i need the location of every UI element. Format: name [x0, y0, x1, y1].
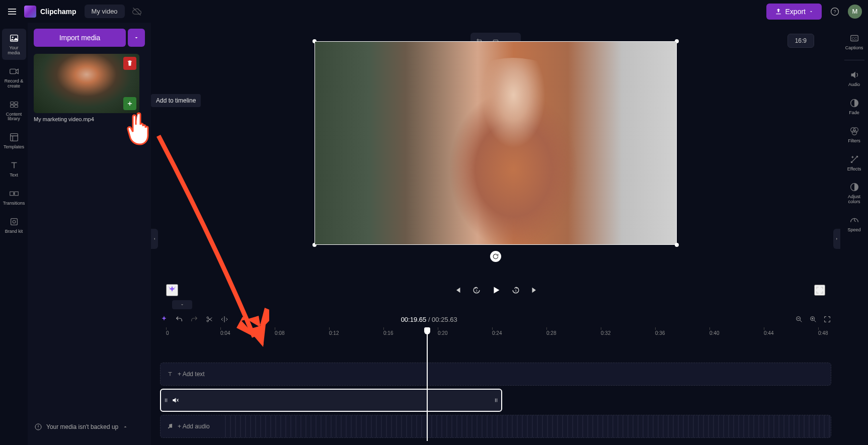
music-icon [167, 423, 174, 430]
aspect-ratio-button[interactable]: 16:9 [787, 34, 814, 48]
brand-icon [9, 216, 20, 227]
plus-icon [126, 100, 133, 107]
zoom-in-button[interactable] [809, 315, 817, 323]
add-to-timeline-button[interactable] [123, 97, 136, 110]
magic-button[interactable] [166, 284, 178, 296]
svg-rect-10 [10, 192, 13, 195]
svg-point-21 [207, 317, 208, 318]
zoom-out-button[interactable] [795, 315, 803, 323]
rail-your-media[interactable]: Your media [2, 29, 26, 60]
ruler-tick: 0:36 [655, 330, 665, 336]
skip-back-button[interactable] [453, 286, 462, 295]
help-button[interactable]: ? [828, 5, 842, 19]
undo-button[interactable] [175, 315, 183, 323]
rail-audio[interactable]: Audio [842, 65, 866, 92]
rail-effects[interactable]: Effects [842, 150, 866, 176]
trash-icon [126, 60, 133, 67]
avatar[interactable]: M [848, 5, 862, 19]
rail-fade[interactable]: Fade [842, 94, 866, 120]
ruler-tick: 0:28 [546, 330, 556, 336]
delete-media-button[interactable] [123, 57, 136, 70]
export-button[interactable]: Export [766, 4, 822, 20]
cloud-sync-icon[interactable] [132, 7, 142, 17]
svg-point-3 [12, 37, 13, 38]
playhead[interactable] [427, 327, 428, 441]
right-rail: CC Captions Audio Fade Filters Effects A… [840, 23, 868, 445]
rail-adjust-colors[interactable]: Adjust colors [842, 177, 866, 209]
clip-handle-left[interactable] [163, 397, 169, 404]
import-more-button[interactable] [128, 29, 145, 47]
import-media-button[interactable]: Import media [34, 29, 126, 47]
forward-button[interactable]: 5 [511, 285, 521, 295]
svg-rect-6 [14, 102, 17, 104]
menu-icon[interactable] [6, 6, 18, 18]
cut-button[interactable] [205, 315, 213, 323]
refresh-preview-button[interactable] [490, 251, 501, 262]
ruler-tick: 0:04 [220, 330, 230, 336]
rail-content-library[interactable]: Content library [2, 95, 26, 126]
rail-templates[interactable]: Templates [2, 128, 26, 154]
transitions-icon [9, 188, 20, 199]
rail-filters[interactable]: Filters [842, 122, 866, 148]
video-canvas[interactable] [314, 41, 677, 245]
text-track[interactable]: + Add text [160, 363, 831, 386]
ruler-tick: 0:32 [601, 330, 610, 336]
media-icon [9, 33, 20, 44]
redo-button[interactable] [190, 315, 198, 323]
rail-speed[interactable]: Speed [842, 211, 866, 237]
clip-handle-right[interactable] [493, 397, 499, 404]
svg-point-20 [207, 320, 208, 322]
templates-icon [9, 132, 20, 143]
svg-rect-8 [14, 105, 17, 107]
ruler-tick: 0:16 [383, 330, 393, 336]
rail-captions[interactable]: CC Captions [842, 29, 866, 55]
fullscreen-button[interactable] [814, 285, 825, 296]
timeline-ruler[interactable]: 00:040:080:120:160:200:240:280:320:360:4… [160, 327, 831, 338]
speaker-icon [849, 69, 860, 80]
media-panel: Import media My marketing video.mp4 [28, 23, 151, 445]
rail-record-create[interactable]: Record & create [2, 62, 26, 93]
svg-text:?: ? [833, 9, 836, 14]
chevron-up-icon [122, 424, 128, 430]
expand-timeline-button[interactable] [172, 300, 192, 309]
project-title[interactable]: My video [85, 5, 125, 18]
video-track[interactable] [160, 389, 502, 412]
media-filename: My marketing video.mp4 [34, 116, 145, 122]
logo-text: Clipchamp [40, 8, 76, 16]
timeline: 00:19.65 / 00:25.63 00:040:080:120:160:2… [151, 300, 840, 445]
warning-icon [34, 423, 42, 431]
total-time: 00:25.63 [432, 316, 457, 323]
logo-icon [24, 6, 36, 18]
contrast-icon [849, 182, 860, 193]
effects-icon [849, 154, 860, 165]
rail-transitions[interactable]: Transitions [2, 184, 26, 210]
video-frame [315, 42, 676, 244]
svg-text:CC: CC [851, 36, 857, 41]
text-icon [9, 160, 20, 171]
add-audio-label: + Add audio [178, 423, 210, 430]
ai-tool-button[interactable] [160, 315, 168, 323]
collapse-right-panel-button[interactable] [833, 229, 840, 249]
zoom-fit-button[interactable] [823, 315, 831, 323]
playback-bar: 5 5 [151, 280, 840, 300]
status-bar[interactable]: Your media isn't backed up [34, 423, 128, 431]
media-thumbnail[interactable] [34, 54, 139, 113]
status-message: Your media isn't backed up [46, 423, 118, 430]
left-rail: Your media Record & create Content libra… [0, 23, 28, 445]
ruler-tick: 0:12 [329, 330, 339, 336]
skip-forward-button[interactable] [530, 286, 539, 295]
rail-text[interactable]: Text [2, 156, 26, 182]
logo[interactable]: Clipchamp [24, 6, 76, 18]
ruler-tick: 0:40 [709, 330, 719, 336]
ruler-tick: 0:48 [818, 330, 828, 336]
ruler-tick: 0 [166, 330, 169, 336]
add-tooltip: Add to timeline [151, 94, 201, 107]
current-time: 00:19.65 [401, 316, 427, 323]
clip-mute-icon[interactable] [171, 396, 179, 404]
rail-brand-kit[interactable]: Brand kit [2, 212, 26, 238]
split-button[interactable] [220, 315, 228, 323]
rewind-button[interactable]: 5 [471, 285, 482, 295]
fade-icon [849, 98, 860, 109]
play-button[interactable] [491, 285, 502, 296]
audio-track[interactable]: + Add audio [160, 415, 831, 438]
